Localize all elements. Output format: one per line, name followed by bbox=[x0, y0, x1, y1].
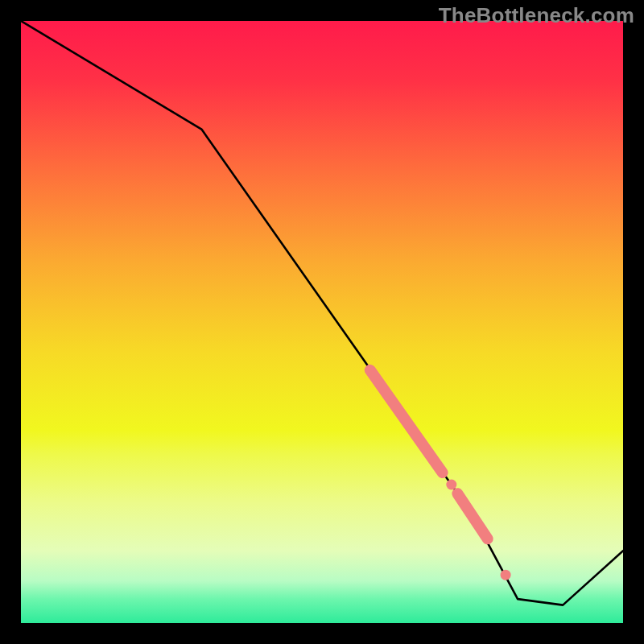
heat-background bbox=[21, 21, 623, 623]
highlight-dot-1 bbox=[446, 480, 456, 490]
chart-plot bbox=[21, 21, 623, 623]
chart-frame: TheBottleneck.com bbox=[0, 0, 644, 644]
watermark-label: TheBottleneck.com bbox=[439, 3, 634, 28]
highlight-dot-2 bbox=[501, 570, 511, 580]
